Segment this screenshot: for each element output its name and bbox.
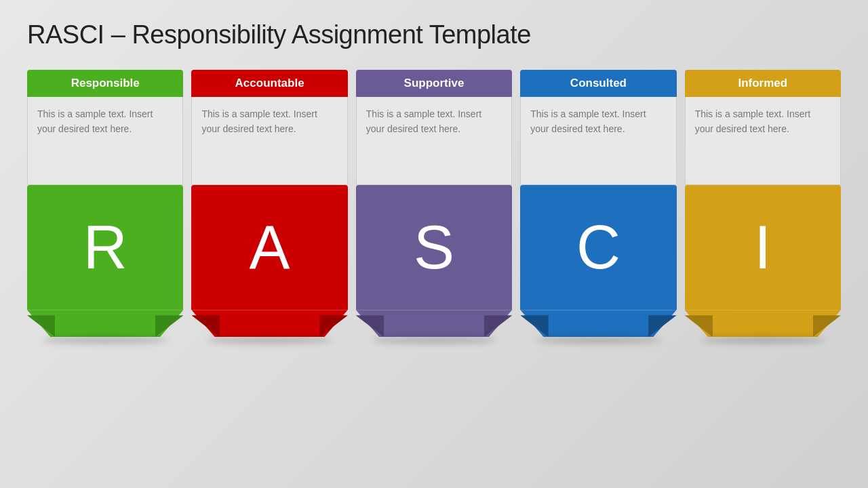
letter-supportive: S: [414, 213, 454, 283]
card-column-responsible: Responsible This is a sample text. Inser…: [27, 70, 183, 344]
card-body-consulted: This is a sample text. Insert your desir…: [520, 97, 676, 185]
letter-informed: I: [754, 213, 771, 283]
card-body-supportive: This is a sample text. Insert your desir…: [356, 97, 512, 185]
card-header-supportive: Supportive: [356, 70, 512, 97]
card-header-informed: Informed: [685, 70, 841, 97]
letter-card-supportive: S: [356, 185, 512, 344]
card-column-informed: Informed This is a sample text. Insert y…: [685, 70, 841, 344]
card-header-consulted: Consulted: [520, 70, 676, 97]
page-title: RASCI – Responsibility Assignment Templa…: [27, 20, 531, 49]
card-column-consulted: Consulted This is a sample text. Insert …: [520, 70, 676, 344]
card-body-accountable: This is a sample text. Insert your desir…: [191, 97, 347, 185]
letter-card-accountable: A: [191, 185, 347, 344]
card-column-accountable: Accountable This is a sample text. Inser…: [191, 70, 347, 344]
card-header-responsible: Responsible: [27, 70, 183, 97]
letter-card-responsible: R: [27, 185, 183, 344]
letter-card-informed: I: [685, 185, 841, 344]
letter-responsible: R: [83, 213, 127, 283]
letter-card-consulted: C: [520, 185, 676, 344]
cards-container: Responsible This is a sample text. Inser…: [27, 70, 841, 344]
card-body-informed: This is a sample text. Insert your desir…: [685, 97, 841, 185]
letter-accountable: A: [250, 213, 290, 283]
letter-consulted: C: [576, 213, 620, 283]
card-body-responsible: This is a sample text. Insert your desir…: [27, 97, 183, 185]
card-column-supportive: Supportive This is a sample text. Insert…: [356, 70, 512, 344]
card-header-accountable: Accountable: [191, 70, 347, 97]
